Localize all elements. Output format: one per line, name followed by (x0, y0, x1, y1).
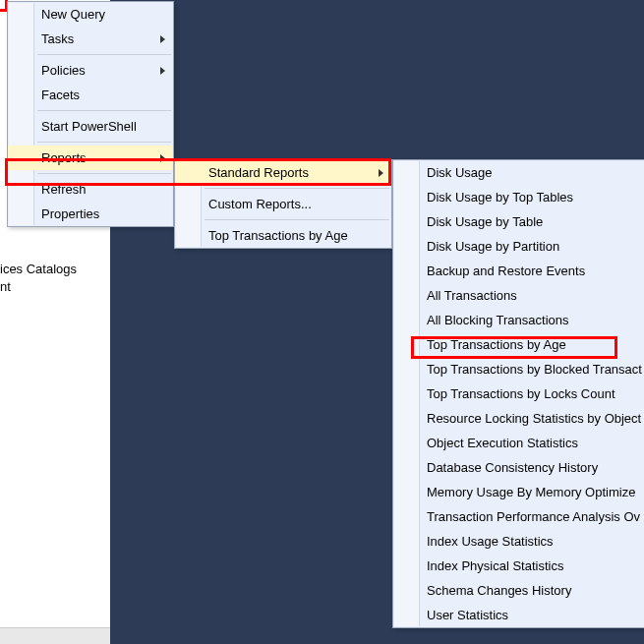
menu-item-report-17[interactable]: Schema Changes History (393, 578, 644, 603)
reports-submenu: Standard Reports Custom Reports... Top T… (174, 159, 392, 249)
standard-reports-submenu: Disk UsageDisk Usage by Top TablesDisk U… (392, 159, 644, 628)
menu-item-report-13[interactable]: Memory Usage By Memory Optimize (393, 480, 644, 504)
menu-separator (37, 110, 171, 111)
bg-text-2: nt (0, 279, 11, 294)
menu-item-report-16[interactable]: Index Physical Statistics (393, 554, 644, 578)
menu-label: New Query (41, 7, 105, 22)
menu-label: Transaction Performance Analysis Ov (427, 509, 640, 524)
menu-separator (205, 219, 389, 220)
menu-item-standard-reports[interactable]: Standard Reports (175, 160, 391, 185)
menu-label: Backup and Restore Events (427, 263, 585, 278)
menu-label: Resource Locking Statistics by Object (427, 411, 641, 426)
menu-label: Reports (41, 150, 87, 165)
menu-item-report-11[interactable]: Object Execution Statistics (393, 431, 644, 455)
menu-item-report-14[interactable]: Transaction Performance Analysis Ov (393, 504, 644, 529)
menu-label: Top Transactions by Age (427, 337, 566, 352)
menu-label: Start PowerShell (41, 119, 137, 134)
menu-item-report-18[interactable]: User Statistics (393, 603, 644, 627)
menu-label: Object Execution Statistics (427, 436, 578, 450)
menu-item-report-5[interactable]: All Transactions (393, 283, 644, 308)
menu-item-refresh[interactable]: Refresh (8, 177, 173, 202)
menu-item-report-3[interactable]: Disk Usage by Partition (393, 234, 644, 259)
menu-label: Tasks (41, 31, 74, 46)
menu-label: Top Transactions by Blocked Transact (427, 362, 642, 377)
menu-label: Schema Changes History (427, 583, 571, 598)
menu-label: All Transactions (427, 288, 517, 303)
menu-label: Facets (41, 88, 80, 102)
menu-label: Top Transactions by Locks Count (427, 386, 615, 401)
menu-label: Standard Reports (208, 165, 309, 180)
menu-label: Refresh (41, 182, 87, 197)
menu-label: Policies (41, 63, 86, 78)
menu-item-start-powershell[interactable]: Start PowerShell (8, 114, 173, 139)
menu-item-properties[interactable]: Properties (8, 202, 173, 226)
menu-item-report-7[interactable]: Top Transactions by Age (393, 332, 644, 357)
menu-item-report-0[interactable]: Disk Usage (393, 160, 644, 185)
menu-item-report-8[interactable]: Top Transactions by Blocked Transact (393, 357, 644, 381)
menu-item-report-9[interactable]: Top Transactions by Locks Count (393, 381, 644, 406)
menu-item-report-10[interactable]: Resource Locking Statistics by Object (393, 406, 644, 431)
menu-item-report-6[interactable]: All Blocking Transactions (393, 308, 644, 332)
menu-item-policies[interactable]: Policies (8, 58, 173, 83)
menu-label: Database Consistency History (427, 460, 598, 475)
chevron-right-icon (160, 67, 165, 75)
menu-label: Disk Usage by Top Tables (427, 190, 573, 205)
menu-item-report-2[interactable]: Disk Usage by Table (393, 209, 644, 234)
menu-label: Index Physical Statistics (427, 558, 563, 573)
menu-separator (37, 142, 171, 143)
menu-item-top-transactions-by-age[interactable]: Top Transactions by Age (175, 223, 391, 248)
chevron-right-icon (379, 169, 383, 177)
menu-label: Disk Usage by Table (427, 214, 543, 229)
menu-item-report-12[interactable]: Database Consistency History (393, 455, 644, 480)
menu-label: All Blocking Transactions (427, 313, 569, 327)
menu-item-report-15[interactable]: Index Usage Statistics (393, 529, 644, 554)
menu-item-new-query[interactable]: New Query (8, 2, 173, 27)
menu-item-reports[interactable]: Reports (8, 146, 173, 170)
menu-label: Disk Usage (427, 165, 492, 180)
object-context-menu: New Query Tasks Policies Facets Start Po… (7, 1, 174, 227)
menu-item-report-1[interactable]: Disk Usage by Top Tables (393, 185, 644, 209)
menu-separator (37, 173, 171, 174)
menu-label: Disk Usage by Partition (427, 239, 559, 254)
chevron-right-icon (160, 35, 165, 43)
menu-item-tasks[interactable]: Tasks (8, 27, 173, 51)
menu-label: Top Transactions by Age (208, 228, 348, 243)
menu-label: Index Usage Statistics (427, 534, 554, 549)
menu-label: Properties (41, 206, 99, 221)
menu-item-facets[interactable]: Facets (8, 83, 173, 107)
menu-separator (205, 188, 389, 189)
menu-item-custom-reports[interactable]: Custom Reports... (175, 192, 391, 216)
menu-label: Custom Reports... (208, 197, 312, 211)
menu-label: Memory Usage By Memory Optimize (427, 485, 635, 499)
menu-separator (37, 54, 171, 55)
menu-label: User Statistics (427, 608, 508, 622)
horizontal-scrollbar[interactable] (0, 627, 110, 644)
chevron-right-icon (160, 154, 165, 162)
menu-item-report-4[interactable]: Backup and Restore Events (393, 259, 644, 283)
bg-text-1: ices Catalogs (0, 262, 77, 276)
